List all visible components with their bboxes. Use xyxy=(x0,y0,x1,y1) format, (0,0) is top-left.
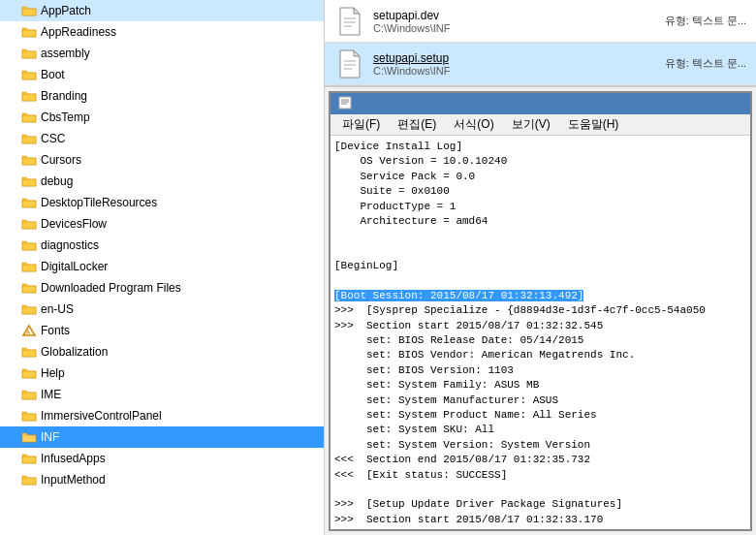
svg-rect-2 xyxy=(22,51,36,58)
svg-rect-17 xyxy=(22,350,36,357)
tree-item-immersivecontrolpanel[interactable]: ImmersiveControlPanel xyxy=(0,405,324,426)
svg-rect-7 xyxy=(22,158,36,165)
tree-label: INF xyxy=(41,430,59,444)
folder-icon xyxy=(21,196,37,209)
tree-item-inf[interactable]: INF xyxy=(0,426,324,448)
tree-item-debug[interactable]: debug xyxy=(0,171,324,192)
svg-rect-1 xyxy=(22,30,36,37)
file-list: setupapi.devC:\Windows\INF유형: 텍스트 문... s… xyxy=(325,0,756,87)
tree-item-desktoptileresources[interactable]: DesktopTileResources xyxy=(0,192,324,213)
svg-rect-5 xyxy=(22,115,36,122)
folder-icon xyxy=(21,47,37,60)
folder-icon xyxy=(21,260,37,273)
file-path: C:\Windows\INF xyxy=(373,22,665,34)
tree-label: Downloaded Program Files xyxy=(41,281,181,295)
svg-rect-4 xyxy=(22,94,36,101)
svg-rect-9 xyxy=(22,201,36,207)
svg-rect-22 xyxy=(22,456,36,463)
tree-item-downloaded-program-files[interactable]: Downloaded Program Files xyxy=(0,277,324,299)
menu-item-도움말(H)[interactable]: 도움말(H) xyxy=(560,114,627,135)
file-type: 유형: 텍스트 문... xyxy=(665,56,746,71)
folder-icon xyxy=(21,452,37,465)
menu-item-편집(E)[interactable]: 편집(E) xyxy=(390,114,444,135)
right-panel: setupapi.devC:\Windows\INF유형: 텍스트 문... s… xyxy=(325,0,756,535)
tree-label: CbsTemp xyxy=(41,110,90,124)
tree-item-diagnostics[interactable]: diagnostics xyxy=(0,235,324,256)
tree-item-help[interactable]: Help xyxy=(0,362,324,384)
folder-icon xyxy=(21,345,37,359)
menu-item-서식(O)[interactable]: 서식(O) xyxy=(446,114,501,135)
svg-rect-14 xyxy=(22,307,36,314)
tree-label: AppPatch xyxy=(41,4,91,17)
svg-rect-20 xyxy=(22,414,36,421)
folder-icon xyxy=(21,25,37,39)
svg-rect-19 xyxy=(22,393,36,399)
file-item-1[interactable]: setupapi.setupC:\Windows\INF유형: 텍스트 문... xyxy=(325,43,756,85)
file-info: setupapi.setupC:\Windows\INF xyxy=(373,51,665,77)
highlight-line: [Boot Session: 2015/08/17 01:32:13.492] xyxy=(334,290,583,301)
tree-item-fonts[interactable]: A Fonts xyxy=(0,320,324,341)
tree-label: Cursors xyxy=(41,153,81,167)
file-icon xyxy=(334,6,365,37)
file-name-underline: setupapi.setup xyxy=(373,51,449,65)
svg-rect-8 xyxy=(22,179,36,186)
folder-icon: A xyxy=(21,324,37,337)
folder-icon xyxy=(21,409,37,423)
tree-item-csc[interactable]: CSC xyxy=(0,128,324,149)
tree-item-cursors[interactable]: Cursors xyxy=(0,149,324,171)
tree-label: en-US xyxy=(41,302,74,316)
notepad-window: 파일(F)편집(E)서식(O)보기(V)도움말(H) [Device Insta… xyxy=(329,91,752,531)
file-type: 유형: 텍스트 문... xyxy=(665,14,746,28)
menu-item-파일(F)[interactable]: 파일(F) xyxy=(334,114,388,135)
tree-label: AppReadiness xyxy=(41,25,116,39)
tree-label: assembly xyxy=(41,47,90,60)
svg-rect-6 xyxy=(22,137,36,143)
svg-rect-0 xyxy=(22,9,36,16)
notepad-menubar: 파일(F)편집(E)서식(O)보기(V)도움말(H) xyxy=(331,114,750,136)
tree-item-globalization[interactable]: Globalization xyxy=(0,341,324,362)
file-item-0[interactable]: setupapi.devC:\Windows\INF유형: 텍스트 문... xyxy=(325,0,756,43)
tree-label: InputMethod xyxy=(41,473,106,487)
file-icon xyxy=(334,48,365,79)
tree-item-ime[interactable]: IME xyxy=(0,384,324,405)
menu-item-보기(V)[interactable]: 보기(V) xyxy=(504,114,558,135)
file-name: setupapi.setup xyxy=(373,51,665,65)
notepad-titlebar xyxy=(331,93,750,114)
svg-rect-12 xyxy=(22,265,36,271)
folder-icon xyxy=(21,281,37,295)
folder-icon xyxy=(21,473,37,487)
tree-container[interactable]: AppPatch AppReadiness assembly Boot Bran… xyxy=(0,0,324,535)
svg-rect-21 xyxy=(22,435,36,442)
folder-icon xyxy=(21,132,37,145)
folder-icon xyxy=(21,89,37,103)
tree-label: DigitalLocker xyxy=(41,260,108,273)
folder-icon xyxy=(21,4,37,17)
file-info: setupapi.devC:\Windows\INF xyxy=(373,9,665,34)
tree-item-branding[interactable]: Branding xyxy=(0,85,324,107)
tree-item-infusedapps[interactable]: InfusedApps xyxy=(0,448,324,469)
tree-item-boot[interactable]: Boot xyxy=(0,64,324,85)
svg-rect-10 xyxy=(22,222,36,229)
tree-item-apppatch[interactable]: AppPatch xyxy=(0,0,324,21)
tree-label: Help xyxy=(41,366,65,380)
tree-item-en-us[interactable]: en-US xyxy=(0,299,324,320)
svg-rect-11 xyxy=(22,243,36,250)
svg-rect-3 xyxy=(22,73,36,79)
tree-label: diagnostics xyxy=(41,238,99,252)
folder-icon xyxy=(21,110,37,124)
tree-item-cbstemp[interactable]: CbsTemp xyxy=(0,107,324,128)
svg-rect-30 xyxy=(339,97,351,109)
folder-icon xyxy=(21,388,37,401)
tree-item-devicesflow[interactable]: DevicesFlow xyxy=(0,213,324,235)
tree-label: debug xyxy=(41,174,73,188)
folder-icon xyxy=(21,302,37,316)
notepad-content[interactable]: [Device Install Log] OS Version = 10.0.1… xyxy=(331,136,750,529)
tree-item-digitallocker[interactable]: DigitalLocker xyxy=(0,256,324,277)
svg-text:A: A xyxy=(26,330,31,335)
folder-icon xyxy=(21,238,37,252)
tree-item-inputmethod[interactable]: InputMethod xyxy=(0,469,324,490)
tree-item-assembly[interactable]: assembly xyxy=(0,43,324,64)
tree-item-appreadiness[interactable]: AppReadiness xyxy=(0,21,324,43)
tree-label: Branding xyxy=(41,89,87,103)
folder-icon xyxy=(21,430,37,444)
